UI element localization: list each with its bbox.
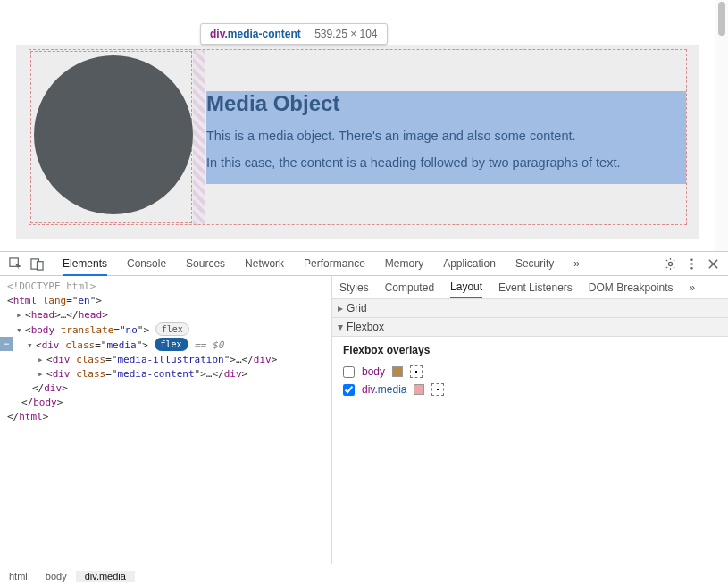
flexbox-overlays: Flexbox overlays body div.media [332,337,728,408]
breadcrumb-body[interactable]: body [37,571,76,582]
section-grid[interactable]: ▸Grid [332,299,728,318]
svg-rect-2 [37,261,43,269]
svg-point-4 [690,258,692,260]
flex-overlay-checkbox-media[interactable] [343,384,355,396]
styles-layout-pane: Styles Computed Layout Event Listeners D… [332,276,728,564]
flex-overlay-row-media: div.media [343,383,717,396]
viewport-scrollbar[interactable] [715,0,728,251]
gear-icon[interactable] [662,255,678,272]
selected-row-gutter: ⋯ [0,337,13,351]
breadcrumb-html[interactable]: html [0,571,37,582]
devtools-panel: Elements Console Sources Network Perform… [0,251,728,586]
subtab-event-listeners[interactable]: Event Listeners [498,277,573,297]
subtab-layout[interactable]: Layout [450,276,482,298]
flex-overlay-tag-body[interactable]: body [362,365,385,378]
svg-point-5 [690,263,692,264]
flex-overlay-swatch-media[interactable] [414,384,424,395]
tab-application[interactable]: Application [443,252,496,276]
svg-point-6 [690,266,692,268]
flex-badge-body[interactable]: flex [155,322,189,336]
page-canvas: Media Object This is a media object. The… [16,45,699,239]
tab-security[interactable]: Security [515,252,554,276]
highlight-target-icon[interactable] [431,383,444,396]
tab-memory[interactable]: Memory [385,252,423,276]
dom-doctype[interactable]: <!DOCTYPE html> [7,280,96,292]
section-grid-label: Grid [347,302,367,314]
flex-gap-hatch [193,50,205,224]
flex-overlay-tag-media[interactable]: div [362,383,374,396]
tab-sources[interactable]: Sources [186,252,225,276]
flex-badge-media[interactable]: flex [155,338,188,351]
section-flexbox-label: Flexbox [347,321,384,333]
dom-equals-dollar0: == $0 [188,339,224,351]
inspect-element-icon[interactable] [7,255,23,272]
section-flexbox[interactable]: ▾Flexbox [332,318,728,337]
flex-overlay-swatch-body[interactable] [392,366,403,377]
media-heading: Media Object [206,91,686,116]
subtab-computed[interactable]: Computed [385,277,434,297]
dom-tree-pane[interactable]: ⋯ <!DOCTYPE html> <html lang="en"> ▸<hea… [0,276,332,564]
breadcrumb-div-media[interactable]: div.media [76,571,135,582]
subtab-styles[interactable]: Styles [339,277,369,297]
media-illustration-circle [34,55,193,214]
tab-console[interactable]: Console [127,252,166,276]
dom-selected-row[interactable]: ▾<div class="media"> flex == $0 [7,338,331,353]
flex-overlay-row-body: body [343,365,717,378]
media-content-text: Media Object This is a media object. The… [206,91,686,182]
close-icon[interactable] [705,255,721,272]
element-hover-tooltip: div.media-content 539.25 × 104 [200,23,388,45]
right-subtabs: Styles Computed Layout Event Listeners D… [332,276,728,299]
tooltip-dimensions: 539.25 × 104 [314,28,377,40]
media-paragraph-1: This is a media object. There's an image… [206,129,686,143]
devtools-main-tabs: Elements Console Sources Network Perform… [63,252,580,276]
highlight-target-icon[interactable] [410,365,423,378]
tooltip-class: .media-content [224,28,300,40]
tab-elements[interactable]: Elements [63,252,107,276]
media-paragraph-2: In this case, the content is a heading f… [206,155,686,170]
flexbox-overlays-title: Flexbox overlays [343,344,717,356]
tab-overflow[interactable]: » [573,252,580,276]
flex-overlay-cls-media[interactable]: .media [374,383,406,396]
tab-performance[interactable]: Performance [304,252,365,276]
flex-overlay-checkbox-body[interactable] [343,366,355,378]
device-toolbar-icon[interactable] [29,255,45,272]
tooltip-tag: div [210,28,224,40]
kebab-menu-icon[interactable] [683,255,699,272]
devtools-toolbar: Elements Console Sources Network Perform… [0,251,728,276]
subtab-dom-breakpoints[interactable]: DOM Breakpoints [589,277,674,297]
svg-point-3 [668,262,672,265]
page-viewport: Media Object This is a media object. The… [0,0,728,251]
subtab-overflow[interactable]: » [690,277,696,297]
tab-network[interactable]: Network [245,252,284,276]
dom-breadcrumb: html body div.media [0,565,728,586]
